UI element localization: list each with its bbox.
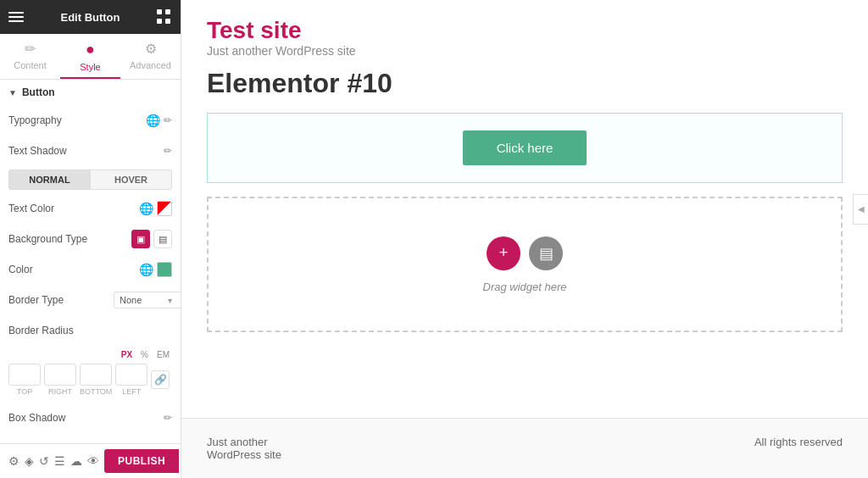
section-label: Button (22, 86, 55, 98)
footer-left-text: Just another WordPress site (207, 436, 281, 461)
style-tab-icon: ● (86, 41, 95, 58)
section-arrow-icon: ▼ (8, 88, 17, 97)
structure-icon-btn[interactable]: ☰ (54, 451, 65, 471)
color-global-icon[interactable]: 🌐 (139, 263, 153, 276)
border-radius-right-input[interactable] (44, 364, 76, 386)
panel-body: ▼ Button Typography 🌐 ✏ Text Shadow ✏ NO… (0, 80, 181, 443)
history-icon-btn[interactable]: ↺ (39, 451, 49, 471)
color-label: Color (8, 264, 139, 275)
border-radius-left-wrap: LEFT (115, 364, 147, 396)
text-shadow-label: Text Shadow (8, 145, 164, 157)
save-icon-btn[interactable]: ☁ (70, 451, 82, 471)
border-type-controls: None Solid Dashed Dotted Double ▾ (114, 292, 172, 308)
border-radius-left-input[interactable] (115, 364, 147, 386)
border-radius-bottom-input[interactable] (80, 364, 112, 386)
border-radius-unit-px[interactable]: PX (119, 349, 135, 360)
padding-label-row: Padding 🖥 (0, 433, 181, 443)
text-shadow-row: Text Shadow ✏ (0, 136, 181, 166)
preview-area: Test site Just another WordPress site El… (181, 0, 868, 418)
drag-widget-area: + ▤ Drag widget here (207, 197, 843, 332)
state-hover-btn[interactable]: HOVER (91, 170, 172, 190)
border-type-select[interactable]: None Solid Dashed Dotted Double (114, 292, 181, 308)
border-radius-label-row: Border Radius (0, 315, 181, 346)
border-radius-unit-em[interactable]: EM (154, 349, 172, 360)
panel-topbar: Edit Button (0, 0, 181, 34)
color-row: Color 🌐 (0, 254, 181, 285)
state-toggle: NORMAL HOVER (8, 170, 172, 190)
typography-label: Typography (8, 114, 146, 126)
drag-icons: + ▤ (487, 236, 563, 270)
border-radius-right-label: RIGHT (48, 387, 72, 396)
settings-icon-btn[interactable]: ⚙ (8, 451, 19, 471)
left-panel: Edit Button ✏ Content ● Style ⚙ Advanced… (0, 0, 181, 478)
typography-row: Typography 🌐 ✏ (0, 105, 181, 136)
drag-text: Drag widget here (483, 281, 567, 293)
hamburger-icon[interactable] (8, 9, 24, 25)
border-radius-link-btn[interactable]: 🔗 (151, 370, 170, 389)
panel-tabs: ✏ Content ● Style ⚙ Advanced (0, 34, 181, 80)
border-radius-top-wrap: TOP (8, 364, 41, 396)
bg-type-solid-btn[interactable]: ▣ (131, 230, 150, 248)
box-shadow-edit-icon[interactable]: ✏ (164, 412, 172, 424)
text-shadow-edit-icon[interactable]: ✏ (164, 145, 172, 157)
color-swatch[interactable] (157, 262, 172, 277)
border-radius-group: PX % EM TOP RIGHT BOTTOM (0, 346, 181, 403)
border-radius-left-label: LEFT (122, 387, 141, 396)
search-widget-button[interactable]: ▤ (529, 236, 563, 270)
border-radius-unit-percent[interactable]: % (138, 349, 151, 360)
border-radius-bottom-label: BOTTOM (80, 387, 112, 396)
background-type-label: Background Type (8, 233, 131, 245)
content-tab-icon: ✏ (25, 41, 36, 57)
text-color-global-icon[interactable]: 🌐 (139, 202, 153, 215)
border-radius-bottom-wrap: BOTTOM (80, 364, 112, 396)
typography-edit-icon[interactable]: ✏ (164, 114, 172, 126)
panel-bottom: ⚙ ◈ ↺ ☰ ☁ 👁 PUBLISH ▾ (0, 443, 181, 478)
tab-advanced-label: Advanced (130, 60, 171, 70)
tab-style-label: Style (80, 62, 100, 72)
footer-right-text: All rights reserved (754, 436, 843, 461)
box-shadow-label: Box Shadow (8, 412, 164, 424)
border-radius-top-input[interactable] (8, 364, 41, 386)
click-here-button[interactable]: Click here (463, 131, 587, 165)
panel-title: Edit Button (60, 11, 120, 24)
text-color-controls: 🌐 (139, 201, 172, 216)
button-section-header[interactable]: ▼ Button (0, 80, 181, 105)
site-tagline: Just another WordPress site (207, 44, 843, 58)
advanced-tab-icon: ⚙ (145, 41, 157, 57)
border-type-row: Border Type None Solid Dashed Dotted Dou… (0, 285, 181, 315)
eye-icon-btn[interactable]: 👁 (87, 451, 99, 471)
grid-icon[interactable] (157, 9, 172, 25)
text-color-label: Text Color (8, 203, 139, 214)
text-color-swatch[interactable] (157, 201, 172, 216)
right-area: Test site Just another WordPress site El… (181, 0, 868, 478)
box-shadow-controls: ✏ (164, 412, 172, 424)
tab-style[interactable]: ● Style (60, 34, 120, 79)
border-radius-label: Border Radius (8, 325, 172, 336)
state-normal-btn[interactable]: NORMAL (8, 170, 91, 190)
publish-button[interactable]: PUBLISH (104, 449, 179, 473)
box-shadow-row: Box Shadow ✏ (0, 403, 181, 433)
layers-icon-btn[interactable]: ◈ (25, 451, 34, 471)
site-title: Test site (207, 17, 843, 44)
typography-controls: 🌐 ✏ (146, 114, 172, 127)
button-widget-area: Click here (207, 113, 843, 183)
preview-footer: Just another WordPress site All rights r… (181, 418, 868, 478)
bg-type-gradient-btn[interactable]: ▤ (153, 230, 172, 248)
tab-advanced[interactable]: ⚙ Advanced (120, 34, 181, 79)
add-widget-button[interactable]: + (487, 236, 520, 270)
background-type-controls: ▣ ▤ (131, 230, 172, 248)
border-type-label: Border Type (8, 294, 114, 306)
text-color-row: Text Color 🌐 (0, 193, 181, 224)
color-controls: 🌐 (139, 262, 172, 277)
collapse-panel-arrow[interactable]: ◀ (853, 194, 868, 225)
page-title: Elementor #10 (207, 68, 843, 99)
border-radius-top-label: TOP (17, 387, 32, 396)
border-radius-right-wrap: RIGHT (44, 364, 76, 396)
background-type-row: Background Type ▣ ▤ (0, 224, 181, 254)
tab-content-label: Content (14, 60, 47, 70)
typography-global-icon[interactable]: 🌐 (146, 114, 160, 127)
text-shadow-controls: ✏ (164, 145, 172, 157)
tab-content[interactable]: ✏ Content (0, 34, 60, 79)
